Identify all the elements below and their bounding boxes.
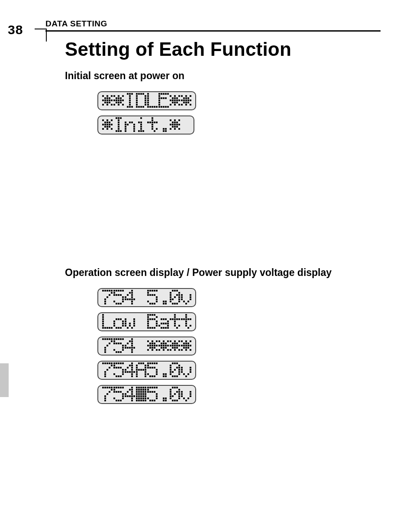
lcd-display	[97, 288, 196, 307]
lcd-group-operation	[97, 285, 381, 407]
section-label: DATA SETTING	[45, 19, 381, 29]
lcd-display	[97, 312, 196, 331]
subhead-initial-screen: Initial screen at power on	[65, 70, 381, 82]
lcd-display	[97, 337, 196, 356]
lcd-display	[97, 115, 194, 135]
corner-tick	[35, 29, 47, 42]
page-number: 38	[8, 22, 23, 37]
page-title: Setting of Each Function	[65, 39, 381, 60]
header-rule	[45, 30, 381, 32]
lcd-display	[97, 361, 196, 380]
subhead-operation-screen: Operation screen display / Power supply …	[65, 267, 381, 279]
lcd-display	[97, 91, 196, 110]
running-head: DATA SETTING	[45, 19, 381, 32]
side-tab	[0, 363, 9, 397]
lcd-display	[97, 385, 196, 404]
lcd-group-initial	[97, 89, 381, 137]
